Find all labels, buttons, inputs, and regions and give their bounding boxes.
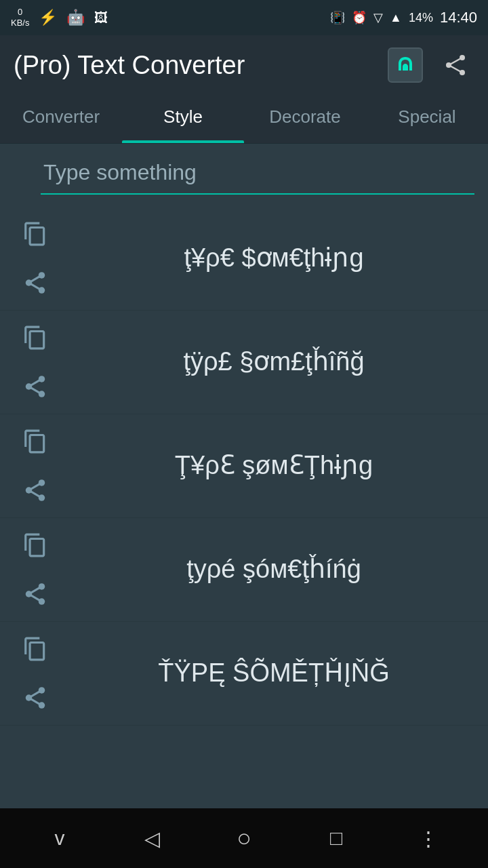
- svg-line-8: [29, 275, 42, 283]
- app-bar-icons: [388, 46, 474, 84]
- style-text-1: ţ¥ρ€ $ơм€ţhɨɲg: [60, 240, 488, 276]
- bottom-nav: v ◁ ○ □ ⋮: [0, 808, 488, 868]
- style-text-3: Ţ¥ρƐ şøмƐŢhɨɲg: [60, 448, 488, 484]
- share-button-1[interactable]: [19, 267, 52, 299]
- search-input[interactable]: [41, 155, 474, 195]
- status-bar: 0 KB/s ⚡ 🤖 🖼 📳 ⏰ ▽ ▲ 14% 14:40: [0, 0, 488, 35]
- list-item: ţÿρ£ §ơm£ţȟîñğ: [0, 311, 488, 414]
- svg-line-18: [29, 483, 42, 490]
- copy-button-4[interactable]: [19, 529, 52, 561]
- content-area: ţ¥ρ€ $ơм€ţhɨɲg ţÿρ£ §ơm£ţȟîñğ: [0, 144, 488, 808]
- kb-info: 0 KB/s: [11, 7, 29, 28]
- tab-special[interactable]: Special: [366, 94, 488, 143]
- svg-line-29: [29, 698, 42, 705]
- app-bar: (Pro) Text Converter: [0, 35, 488, 95]
- status-bar-left: 0 KB/s ⚡ 🤖 🖼: [11, 7, 108, 28]
- alarm-icon: ⏰: [352, 10, 367, 25]
- list-item: ŤŸРĘ ŜÕМĚȚȞĮŇĞ: [0, 622, 488, 726]
- share-button-4[interactable]: [19, 578, 52, 610]
- copy-button-2[interactable]: [19, 321, 52, 354]
- usb-icon: ⚡: [39, 9, 57, 26]
- svg-line-14: [29, 387, 42, 394]
- item-actions-4: [11, 529, 60, 610]
- wifi-icon: ▽: [373, 10, 383, 25]
- share-button-2[interactable]: [19, 370, 52, 403]
- share-button-5[interactable]: [19, 682, 52, 714]
- item-actions-1: [11, 218, 60, 299]
- copy-button-5[interactable]: [19, 633, 52, 665]
- svg-line-23: [29, 587, 42, 594]
- svg-line-4: [449, 65, 462, 73]
- time-display: 14:40: [440, 9, 477, 26]
- nav-recent-button[interactable]: □: [309, 818, 363, 859]
- svg-line-24: [29, 594, 42, 601]
- list-item: ţ¥ρ€ $ơм€ţhɨɲg: [0, 207, 488, 311]
- tab-bar: Converter Style Decorate Special: [0, 95, 488, 144]
- nav-menu-button[interactable]: ⋮: [401, 818, 455, 859]
- nav-back-button[interactable]: ◁: [125, 818, 179, 859]
- battery-text: 14%: [409, 11, 433, 25]
- app-title: (Pro) Text Converter: [14, 51, 245, 80]
- item-actions-3: [11, 425, 60, 507]
- nav-v-button[interactable]: v: [33, 818, 87, 859]
- svg-line-3: [449, 58, 462, 65]
- style-text-2: ţÿρ£ §ơm£ţȟîñğ: [60, 344, 488, 380]
- share-app-button[interactable]: [436, 46, 474, 84]
- android-icon: 🤖: [66, 9, 85, 26]
- svg-line-13: [29, 379, 42, 387]
- style-text-4: ţyρé şóм€ţȟíńġ: [60, 551, 488, 587]
- share-button-3[interactable]: [19, 474, 52, 507]
- status-bar-right: 📳 ⏰ ▽ ▲ 14% 14:40: [330, 9, 477, 26]
- svg-line-9: [29, 283, 42, 290]
- list-item: ţyρé şóм€ţȟíńġ: [0, 518, 488, 622]
- copy-button-3[interactable]: [19, 425, 52, 458]
- style-text-5: ŤŸРĘ ŜÕМĚȚȞĮŇĞ: [60, 655, 488, 691]
- tab-style[interactable]: Style: [122, 94, 244, 143]
- search-container: [0, 144, 488, 200]
- svg-line-28: [29, 690, 42, 698]
- list-item: Ţ¥ρƐ şøмƐŢhɨɲg: [0, 414, 488, 518]
- nav-home-button[interactable]: ○: [217, 818, 271, 859]
- item-actions-2: [11, 321, 60, 403]
- tab-converter[interactable]: Converter: [0, 94, 122, 143]
- signal-icon: ▲: [390, 11, 402, 25]
- tab-decorate[interactable]: Decorate: [244, 94, 366, 143]
- style-list: ţ¥ρ€ $ơм€ţhɨɲg ţÿρ£ §ơm£ţȟîñğ: [0, 200, 488, 732]
- item-actions-5: [11, 633, 60, 714]
- copy-button-1[interactable]: [19, 218, 52, 250]
- arch-art-button[interactable]: [388, 47, 423, 83]
- vibrate-icon: 📳: [330, 10, 345, 25]
- svg-line-19: [29, 490, 42, 498]
- photo-icon: 🖼: [94, 10, 108, 26]
